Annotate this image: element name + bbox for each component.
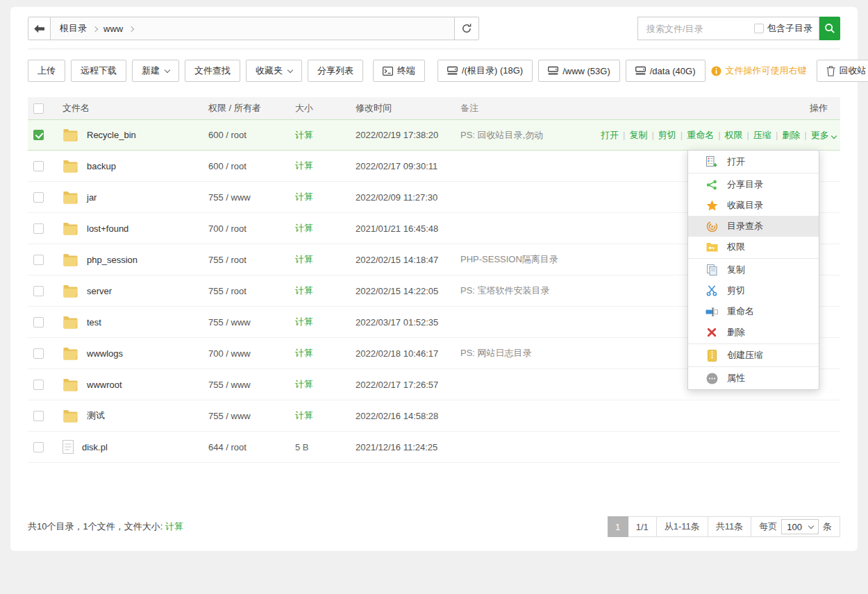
row-checkbox[interactable] (33, 317, 44, 328)
favorites-dropdown[interactable]: 收藏夹 (246, 60, 302, 82)
file-name[interactable]: wwwlogs (87, 348, 123, 359)
per-page-select[interactable]: 100 (781, 519, 819, 534)
file-name[interactable]: jar (87, 192, 97, 203)
total-indicator: 共11条 (708, 516, 752, 537)
select-all-checkbox[interactable] (33, 103, 44, 114)
action-separator: | (776, 130, 778, 140)
column-header-size[interactable]: 大小 (295, 102, 356, 114)
row-checkbox[interactable] (33, 348, 44, 359)
table-row[interactable]: 测试 755 / www 计算 2022/02/16 14:58:28 (28, 400, 840, 432)
file-name[interactable]: disk.pl (82, 442, 108, 452)
file-name[interactable]: server (87, 286, 112, 296)
file-name[interactable]: Recycle_bin (87, 130, 136, 140)
file-name[interactable]: backup (87, 161, 116, 171)
page-button-1[interactable]: 1 (608, 516, 628, 537)
action-separator: | (747, 130, 749, 140)
back-button[interactable] (28, 17, 51, 40)
row-checkbox[interactable] (33, 223, 44, 234)
file-size[interactable]: 计算 (295, 222, 356, 235)
folder-icon (62, 316, 78, 329)
row-checkbox[interactable] (33, 255, 44, 265)
menu-item-properties[interactable]: 属性 (688, 368, 819, 389)
table-row[interactable]: Recycle_bin 600 / root 计算 2022/02/19 17:… (28, 119, 840, 151)
hard-drive-icon (447, 66, 458, 76)
menu-item-scan[interactable]: 目录查杀 (688, 216, 819, 237)
row-action-copy[interactable]: 复制 (629, 130, 647, 140)
menu-item-compress[interactable]: 创建压缩 (688, 345, 819, 366)
file-name[interactable]: lost+found (87, 223, 128, 234)
menu-item-cut[interactable]: 剪切 (688, 280, 819, 301)
disk-button-root[interactable]: /(根目录) (18G) (437, 60, 533, 82)
file-name[interactable]: php_session (87, 255, 137, 265)
file-mtime: 2021/01/21 16:45:48 (356, 223, 460, 234)
file-size[interactable]: 计算 (295, 409, 356, 422)
file-name[interactable]: test (87, 317, 101, 328)
file-mtime: 2021/12/16 11:24:25 (356, 442, 460, 452)
file-size[interactable]: 计算 (295, 129, 356, 142)
column-header-name[interactable]: 文件名 (62, 102, 208, 114)
upload-button[interactable]: 上传 (28, 60, 65, 82)
row-action-cut[interactable]: 剪切 (658, 130, 676, 140)
row-checkbox[interactable] (33, 380, 44, 390)
file-mtime: 2022/02/18 10:46:17 (356, 348, 460, 359)
row-action-rename[interactable]: 重命名 (687, 130, 714, 140)
menu-item-folder-permission[interactable]: 权限 (688, 237, 819, 257)
refresh-button[interactable] (455, 17, 479, 40)
disk-button-data[interactable]: /data (40G) (626, 60, 706, 82)
terminal-button[interactable]: 终端 (373, 60, 425, 82)
file-perm: 644 / root (208, 442, 295, 452)
search-button[interactable] (819, 17, 840, 40)
context-menu: 打开 分享目录 收藏目录 目录查杀 权限 复制 剪切 重命名 删除 创建压缩 属… (687, 150, 819, 390)
file-size[interactable]: 计算 (295, 285, 356, 297)
menu-item-delete[interactable]: 删除 (688, 322, 819, 343)
info-icon (711, 66, 721, 76)
include-subdir-checkbox[interactable] (754, 24, 764, 33)
row-checkbox[interactable] (33, 192, 44, 203)
file-perm: 755 / www (208, 192, 295, 203)
recycle-bin-button[interactable]: 回收站 (817, 60, 868, 82)
row-checkbox[interactable] (33, 130, 44, 140)
menu-item-share[interactable]: 分享目录 (688, 174, 819, 195)
column-header-mtime[interactable]: 修改时间 (356, 102, 460, 114)
pagination: 1 1/1 从1-11条 共11条 每页 100 条 (608, 516, 840, 537)
file-size[interactable]: 计算 (295, 191, 356, 203)
row-action-more[interactable]: 更多 (811, 130, 836, 140)
per-page-group: 每页 100 条 (751, 516, 840, 537)
row-action-open[interactable]: 打开 (601, 130, 619, 140)
hard-drive-icon (635, 66, 646, 76)
row-action-delete[interactable]: 删除 (782, 130, 800, 140)
row-checkbox[interactable] (33, 286, 44, 296)
file-size[interactable]: 计算 (295, 160, 356, 172)
menu-item-copy[interactable]: 复制 (688, 260, 819, 280)
search-input[interactable] (645, 23, 754, 35)
remote-download-button[interactable]: 远程下载 (71, 60, 126, 82)
calc-size-link[interactable]: 计算 (165, 521, 183, 532)
file-perm: 755 / www (208, 380, 295, 390)
row-checkbox[interactable] (33, 442, 44, 452)
file-size[interactable]: 计算 (295, 316, 356, 328)
column-header-perm[interactable]: 权限 / 所有者 (208, 102, 295, 114)
menu-item-rename[interactable]: 重命名 (688, 301, 819, 322)
table-row[interactable]: disk.pl 644 / root 5 B 2021/12/16 11:24:… (28, 432, 840, 463)
row-checkbox[interactable] (33, 411, 44, 421)
file-mtime: 2022/02/15 14:18:47 (356, 255, 460, 265)
menu-item-open[interactable]: 打开 (688, 151, 819, 172)
row-action-permission[interactable]: 权限 (725, 130, 743, 140)
row-checkbox[interactable] (33, 161, 44, 171)
refresh-icon (461, 23, 472, 34)
row-action-compress[interactable]: 压缩 (753, 130, 771, 140)
menu-separator (688, 343, 819, 344)
file-search-button[interactable]: 文件查找 (185, 60, 240, 82)
breadcrumb-current[interactable]: www (103, 24, 123, 34)
file-size[interactable]: 计算 (295, 378, 356, 391)
share-list-button[interactable]: 分享列表 (308, 60, 363, 82)
hard-drive-icon (548, 66, 558, 76)
new-dropdown[interactable]: 新建 (132, 60, 179, 82)
file-size[interactable]: 计算 (295, 347, 356, 359)
file-size[interactable]: 计算 (295, 253, 356, 266)
file-name[interactable]: 测试 (87, 409, 105, 422)
breadcrumb-root[interactable]: 根目录 (60, 22, 87, 35)
file-name[interactable]: wwwroot (87, 380, 122, 390)
disk-button-www[interactable]: /www (53G) (538, 60, 620, 82)
menu-item-star[interactable]: 收藏目录 (688, 195, 819, 216)
